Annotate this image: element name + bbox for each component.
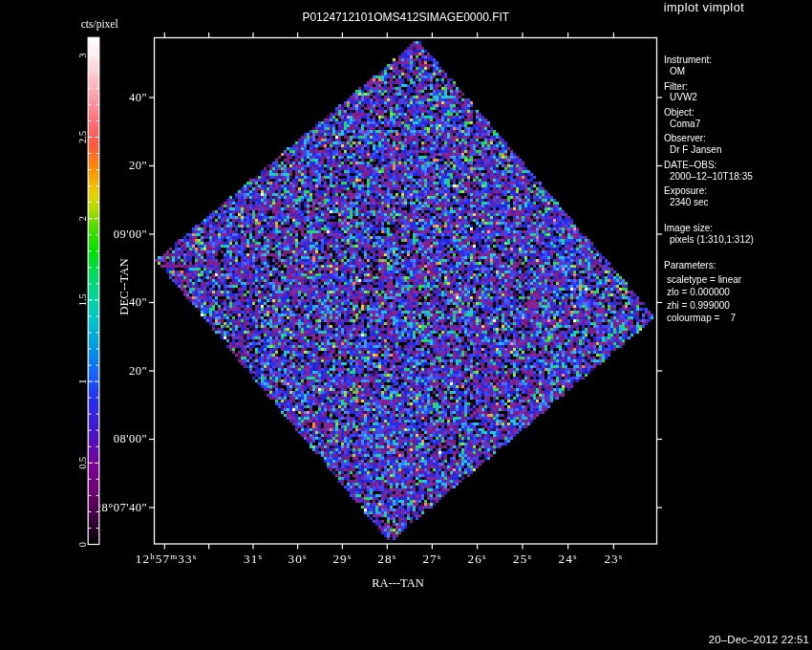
svg-text:26s: 26s	[468, 552, 487, 566]
svg-text:0.5: 0.5	[77, 457, 88, 469]
svg-text:3: 3	[77, 54, 88, 58]
svg-text:31s: 31s	[244, 552, 263, 566]
svg-text:20": 20"	[129, 159, 147, 172]
svg-text:scaletype = linear: scaletype = linear	[667, 274, 742, 285]
svg-text:zhi = 0.999000: zhi = 0.999000	[667, 300, 730, 311]
svg-text:Instrument:: Instrument:	[664, 54, 712, 65]
svg-text:2340 sec: 2340 sec	[670, 197, 709, 207]
svg-text:colourmap = 7: colourmap = 7	[667, 313, 736, 323]
svg-text:Object:: Object:	[664, 107, 694, 118]
svg-text:30s: 30s	[288, 552, 308, 566]
svg-text:20": 20"	[129, 364, 147, 378]
svg-text:2: 2	[77, 216, 88, 221]
svg-text:cts/pixel: cts/pixel	[81, 18, 118, 31]
svg-text:1: 1	[77, 379, 88, 383]
svg-text:2.5: 2.5	[77, 131, 88, 143]
svg-text:Observer:: Observer:	[664, 133, 706, 143]
svg-text:0: 0	[77, 542, 88, 547]
svg-text:Coma7: Coma7	[670, 119, 701, 129]
svg-text:Image size:: Image size:	[664, 223, 713, 233]
svg-text:RA---TAN: RA---TAN	[372, 576, 424, 590]
svg-text:29s: 29s	[332, 552, 352, 566]
svg-text:implot vimplot: implot vimplot	[664, 0, 745, 14]
svg-text:UVW2: UVW2	[670, 92, 697, 102]
svg-text:24s: 24s	[559, 552, 578, 566]
svg-text:09'00": 09'00"	[114, 228, 147, 241]
svg-text:28°07'40": 28°07'40"	[96, 501, 147, 514]
svg-text:2000–12–10T18:35: 2000–12–10T18:35	[670, 171, 753, 182]
svg-text:Filter:: Filter:	[664, 81, 688, 92]
svg-text:20–Dec–2012 22:51: 20–Dec–2012 22:51	[709, 634, 809, 645]
svg-text:28s: 28s	[377, 552, 396, 566]
svg-text:23s: 23s	[604, 552, 623, 566]
svg-text:12h57m33s: 12h57m33s	[136, 552, 198, 566]
svg-text:pixels (1:310,1:312): pixels (1:310,1:312)	[670, 234, 754, 245]
svg-text:40": 40"	[129, 91, 147, 104]
svg-text:08'00": 08'00"	[114, 432, 147, 445]
svg-text:DEC--TAN: DEC--TAN	[118, 258, 131, 314]
svg-text:OM: OM	[670, 66, 685, 76]
svg-text:25s: 25s	[513, 552, 532, 566]
svg-text:DATE–OBS:: DATE–OBS:	[664, 160, 716, 170]
svg-text:P0124712101OMS412SIMAGE0000.FI: P0124712101OMS412SIMAGE0000.FIT	[302, 11, 509, 24]
svg-text:Exposure:: Exposure:	[664, 185, 707, 196]
svg-text:zlo = 0.000000: zlo = 0.000000	[667, 287, 730, 297]
svg-text:27s: 27s	[422, 552, 441, 566]
svg-text:40": 40"	[129, 295, 147, 309]
svg-text:Parameters:: Parameters:	[664, 260, 716, 271]
svg-text:1.5: 1.5	[77, 293, 88, 306]
svg-text:Dr F Jansen: Dr F Jansen	[670, 144, 721, 155]
